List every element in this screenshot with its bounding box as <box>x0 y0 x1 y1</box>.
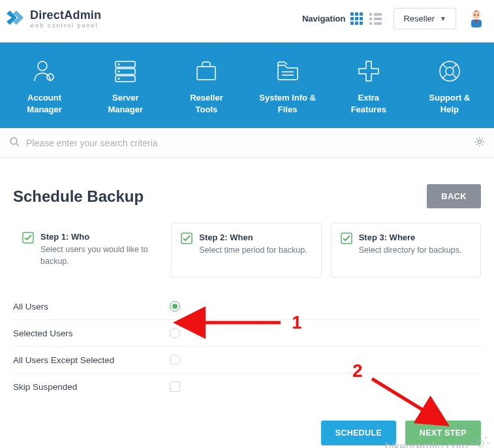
svg-point-18 <box>10 138 17 144</box>
svg-point-12 <box>118 71 120 72</box>
briefcase-icon <box>168 57 244 86</box>
nav-label: ResellerTools <box>168 92 244 115</box>
option-all-users[interactable]: All Users <box>13 293 481 320</box>
search-input[interactable] <box>26 138 468 148</box>
server-icon <box>87 57 163 86</box>
step-where[interactable]: Step 3: Where Select directory for backu… <box>331 223 481 278</box>
svg-point-19 <box>478 140 482 144</box>
radio-input[interactable] <box>170 328 180 338</box>
step-title: Step 1: Who <box>40 232 153 242</box>
nav-label: Support &Help <box>412 92 487 115</box>
nav-extra-features[interactable]: ExtraFeatures <box>328 57 409 115</box>
lifebuoy-icon <box>412 57 487 86</box>
grid-view-icon[interactable] <box>350 12 363 25</box>
step-title: Step 3: Where <box>359 232 462 242</box>
main-nav: AccountManager ServerManager ResellerToo… <box>0 42 494 128</box>
plus-icon <box>331 57 407 86</box>
logo[interactable]: DirectAdmin web control panel <box>7 9 101 29</box>
logo-icon <box>7 10 26 27</box>
search-icon <box>9 136 20 150</box>
nav-view-switch <box>350 12 382 25</box>
nav-label: ServerManager <box>87 92 163 115</box>
step-who[interactable]: Step 1: Who Select users you would like … <box>13 223 162 278</box>
svg-point-4 <box>478 14 479 16</box>
step-sub: Select users you would like to backup. <box>40 244 153 267</box>
nav-server-manager[interactable]: ServerManager <box>85 57 166 115</box>
navigation-label: Navigation <box>302 14 345 24</box>
radio-input[interactable] <box>170 301 180 312</box>
option-all-except[interactable]: All Users Except Selected <box>13 347 481 374</box>
avatar[interactable] <box>468 9 485 29</box>
nav-support[interactable]: Support &Help <box>409 57 490 115</box>
option-label: Skip Suspended <box>13 382 170 392</box>
step-sub: Select time period for backup. <box>199 245 307 257</box>
check-icon <box>181 232 193 266</box>
option-selected-users[interactable]: Selected Users <box>13 320 481 347</box>
back-button[interactable]: BACK <box>427 184 481 208</box>
svg-point-17 <box>446 67 454 75</box>
page-title: Schedule Backup <box>13 187 144 206</box>
svg-point-7 <box>38 61 47 71</box>
svg-rect-15 <box>197 67 215 80</box>
option-skip-suspended[interactable]: Skip Suspended <box>13 374 481 400</box>
nav-account-manager[interactable]: AccountManager <box>4 57 85 115</box>
nav-reseller-tools[interactable]: ResellerTools <box>166 57 247 115</box>
user-gear-icon <box>7 57 82 86</box>
settings-gear-icon[interactable] <box>474 136 485 150</box>
caret-down-icon: ▼ <box>440 15 446 22</box>
check-icon <box>22 232 34 267</box>
svg-point-2 <box>472 11 480 19</box>
option-label: Selected Users <box>13 328 170 338</box>
list-view-icon[interactable] <box>369 12 382 25</box>
step-when[interactable]: Step 2: When Select time period for back… <box>171 223 321 278</box>
top-bar: DirectAdmin web control panel Navigation… <box>0 0 494 42</box>
schedule-button[interactable]: SCHEDULE <box>321 421 396 445</box>
check-icon <box>341 232 352 266</box>
who-options: All Users Selected Users All Users Excep… <box>0 281 494 402</box>
option-label: All Users <box>13 302 170 312</box>
folder-icon <box>250 57 326 86</box>
nav-label: System Info &Files <box>250 92 326 115</box>
nav-label: AccountManager <box>7 92 82 115</box>
role-dropdown[interactable]: Reseller ▼ <box>394 8 456 29</box>
role-dropdown-label: Reseller <box>403 14 435 24</box>
search-bar <box>0 128 494 158</box>
action-buttons: SCHEDULE NEXT STEP <box>0 402 494 448</box>
svg-point-10 <box>118 63 120 65</box>
radio-input[interactable] <box>170 355 180 365</box>
step-sub: Select directory for backups. <box>359 245 462 257</box>
page-header: Schedule Backup BACK <box>0 158 494 220</box>
svg-point-3 <box>474 14 476 16</box>
logo-text: DirectAdmin web control panel <box>30 9 101 29</box>
next-step-button[interactable]: NEXT STEP <box>405 421 481 445</box>
nav-label: ExtraFeatures <box>331 92 407 115</box>
option-label: All Users Except Selected <box>13 355 170 365</box>
steps-row: Step 1: Who Select users you would like … <box>0 220 494 281</box>
step-title: Step 2: When <box>199 232 307 242</box>
checkbox-input[interactable] <box>170 381 180 392</box>
nav-system-info[interactable]: System Info &Files <box>247 57 328 115</box>
svg-point-14 <box>118 78 120 80</box>
